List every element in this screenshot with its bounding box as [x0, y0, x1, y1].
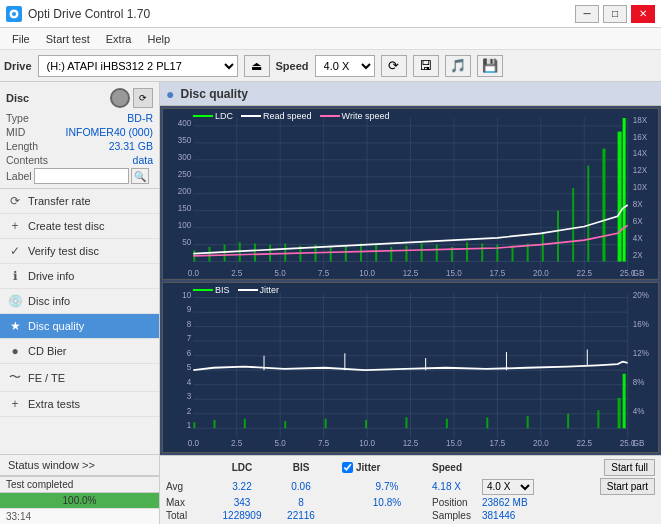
svg-text:400: 400 — [178, 118, 192, 129]
menu-start-test[interactable]: Start test — [38, 31, 98, 47]
toolbar-btn-2[interactable]: 🖫 — [413, 55, 439, 77]
svg-text:1: 1 — [187, 419, 192, 430]
top-chart-legend: LDC Read speed Write speed — [193, 111, 389, 121]
sidebar: Disc ⟳ Type BD-R MID INFOMER40 (000) Len… — [0, 82, 160, 524]
nav-item-disc-info[interactable]: 💿 Disc info — [0, 289, 159, 314]
svg-text:2X: 2X — [633, 250, 643, 261]
chart-header: ● Disc quality — [160, 82, 661, 106]
eject-button[interactable]: ⏏ — [244, 55, 270, 77]
length-value: 23.31 GB — [109, 140, 153, 152]
svg-rect-57 — [284, 243, 286, 261]
svg-text:22.5: 22.5 — [576, 268, 592, 279]
svg-text:8%: 8% — [633, 376, 645, 387]
svg-rect-80 — [623, 118, 626, 262]
toolbar-btn-4[interactable]: 💾 — [477, 55, 503, 77]
nav-item-drive-info[interactable]: ℹ Drive info — [0, 264, 159, 289]
svg-text:20%: 20% — [633, 288, 649, 299]
svg-rect-64 — [390, 247, 392, 262]
menu-help[interactable]: Help — [139, 31, 178, 47]
svg-text:6: 6 — [187, 346, 192, 357]
svg-text:6X: 6X — [633, 216, 643, 227]
svg-text:9: 9 — [187, 303, 192, 314]
jitter-checkbox[interactable] — [342, 462, 353, 473]
svg-text:12X: 12X — [633, 165, 648, 176]
svg-text:7.5: 7.5 — [318, 268, 329, 279]
menu-bar: File Start test Extra Help — [0, 28, 661, 50]
svg-text:17.5: 17.5 — [490, 268, 506, 279]
menu-extra[interactable]: Extra — [98, 31, 140, 47]
mid-value: INFOMER40 (000) — [65, 126, 153, 138]
nav-item-create-test-disc[interactable]: + Create test disc — [0, 214, 159, 239]
svg-rect-67 — [436, 245, 438, 262]
disc-info-panel: Disc ⟳ Type BD-R MID INFOMER40 (000) Len… — [0, 82, 159, 189]
svg-text:3: 3 — [187, 390, 192, 401]
svg-rect-138 — [527, 416, 529, 428]
legend-ldc: LDC — [215, 111, 233, 121]
svg-rect-66 — [421, 243, 423, 261]
svg-text:16X: 16X — [633, 131, 648, 142]
svg-text:200: 200 — [178, 185, 192, 196]
nav-item-verify-test-disc[interactable]: ✓ Verify test disc — [0, 239, 159, 264]
speed-label: Speed — [276, 60, 309, 72]
svg-text:300: 300 — [178, 151, 192, 162]
nav-item-transfer-rate[interactable]: ⟳ Transfer rate — [0, 189, 159, 214]
svg-rect-137 — [486, 417, 488, 428]
legend-jitter: Jitter — [260, 285, 280, 295]
legend-write-speed: Write speed — [342, 111, 390, 121]
window-controls: ─ □ ✕ — [575, 5, 655, 23]
label-search-button[interactable]: 🔍 — [131, 168, 149, 184]
nav-item-disc-quality[interactable]: ★ Disc quality — [0, 314, 159, 339]
close-button[interactable]: ✕ — [631, 5, 655, 23]
drive-label: Drive — [4, 60, 32, 72]
svg-text:7: 7 — [187, 332, 192, 343]
bottom-chart-legend: BIS Jitter — [193, 285, 279, 295]
svg-text:5.0: 5.0 — [275, 437, 286, 448]
bottom-chart-svg: 10 9 8 7 6 5 4 3 2 1 20% 16% 12% 8% 4% — [163, 283, 658, 453]
avg-bis: 0.06 — [276, 481, 326, 492]
toolbar-btn-3[interactable]: 🎵 — [445, 55, 471, 77]
top-chart: LDC Read speed Write speed — [162, 108, 659, 280]
start-full-button[interactable]: Start full — [604, 459, 655, 476]
speed-dropdown[interactable]: 4.0 X — [482, 479, 534, 495]
nav-item-extra-tests[interactable]: + Extra tests — [0, 392, 159, 417]
svg-rect-79 — [618, 132, 622, 262]
svg-text:150: 150 — [178, 202, 192, 213]
svg-text:50: 50 — [182, 236, 191, 247]
status-time-bar: 33:14 — [0, 508, 159, 524]
svg-rect-62 — [360, 243, 362, 261]
svg-rect-142 — [623, 373, 626, 427]
menu-file[interactable]: File — [4, 31, 38, 47]
svg-rect-77 — [587, 166, 589, 262]
svg-text:4: 4 — [187, 376, 192, 387]
start-part-button[interactable]: Start part — [600, 478, 655, 495]
toolbar-btn-1[interactable]: ⟳ — [381, 55, 407, 77]
status-time: 33:14 — [6, 511, 31, 522]
svg-rect-136 — [446, 418, 448, 428]
svg-text:14X: 14X — [633, 148, 648, 159]
create-test-disc-icon: + — [8, 219, 22, 233]
svg-rect-76 — [572, 188, 574, 261]
total-label: Total — [166, 510, 208, 521]
minimize-button[interactable]: ─ — [575, 5, 599, 23]
svg-rect-70 — [481, 243, 483, 261]
svg-text:15.0: 15.0 — [446, 437, 462, 448]
svg-rect-63 — [375, 245, 377, 262]
maximize-button[interactable]: □ — [603, 5, 627, 23]
charts-container: LDC Read speed Write speed — [160, 106, 661, 455]
svg-text:2.5: 2.5 — [231, 268, 242, 279]
svg-text:16%: 16% — [633, 317, 649, 328]
label-input[interactable] — [34, 168, 129, 184]
drive-select[interactable]: (H:) ATAPI iHBS312 2 PL17 — [38, 55, 238, 77]
svg-text:18X: 18X — [633, 114, 648, 125]
svg-rect-133 — [325, 418, 327, 428]
nav-item-fe-te[interactable]: 〜 FE / TE — [0, 364, 159, 392]
nav-item-cd-bier[interactable]: ● CD Bier — [0, 339, 159, 364]
speed-select[interactable]: 4.0 X — [315, 55, 375, 77]
nav-label-cd-bier: CD Bier — [28, 345, 67, 357]
svg-text:22.5: 22.5 — [576, 437, 592, 448]
svg-text:12%: 12% — [633, 346, 649, 357]
svg-rect-129 — [193, 422, 195, 428]
svg-text:GB: GB — [633, 268, 645, 279]
status-window-button[interactable]: Status window >> — [0, 455, 159, 476]
disc-action-btn[interactable]: ⟳ — [133, 88, 153, 108]
